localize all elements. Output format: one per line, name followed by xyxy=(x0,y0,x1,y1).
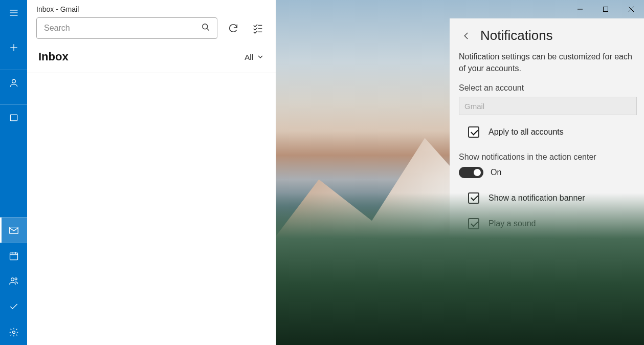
svg-rect-6 xyxy=(10,115,17,121)
settings-icon xyxy=(9,327,19,337)
close-button[interactable] xyxy=(618,0,644,18)
action-center-toggle[interactable] xyxy=(459,167,483,178)
people-button[interactable] xyxy=(0,268,27,294)
window-title: Inbox - Gmail xyxy=(27,0,276,17)
search-box[interactable] xyxy=(36,17,217,39)
inbox-panel: Inbox - Gmail Inbox All xyxy=(27,0,276,345)
maximize-icon xyxy=(603,6,609,12)
people-icon xyxy=(9,276,19,286)
svg-rect-21 xyxy=(604,7,608,12)
inbox-toolbar xyxy=(27,17,276,43)
svg-point-14 xyxy=(12,331,15,334)
toggle-state-label: On xyxy=(491,168,501,177)
refresh-button[interactable] xyxy=(225,19,242,37)
calendar-button[interactable] xyxy=(0,243,27,268)
banner-checkbox[interactable] xyxy=(468,192,479,204)
refresh-icon xyxy=(228,23,239,34)
message-list[interactable] xyxy=(27,73,276,345)
apply-all-checkbox[interactable] xyxy=(468,126,479,138)
filter-dropdown[interactable]: All xyxy=(245,53,264,61)
svg-point-13 xyxy=(15,278,17,280)
account-select-label: Select an account xyxy=(459,83,637,93)
menu-button[interactable] xyxy=(0,0,27,26)
account-select[interactable]: Gmail xyxy=(459,97,637,115)
account-icon xyxy=(9,78,19,88)
pinned-folders-checkbox[interactable] xyxy=(468,244,479,255)
sound-checkbox[interactable] xyxy=(468,218,479,229)
svg-point-12 xyxy=(11,278,14,281)
svg-point-15 xyxy=(203,24,208,29)
chevron-left-icon xyxy=(462,31,471,40)
compose-icon xyxy=(9,42,19,53)
minimize-button[interactable] xyxy=(567,0,593,18)
mail-button[interactable] xyxy=(0,217,27,243)
svg-rect-8 xyxy=(10,253,17,260)
compose-button[interactable] xyxy=(0,35,27,60)
search-icon[interactable] xyxy=(201,22,211,34)
filter-label: All xyxy=(245,53,253,61)
files-icon xyxy=(9,113,19,123)
folders-button[interactable] xyxy=(0,104,27,130)
inbox-header: Inbox All xyxy=(27,43,276,73)
account-button[interactable] xyxy=(0,70,27,95)
settings-panel: Notifications Notification settings can … xyxy=(450,18,644,345)
minimize-icon xyxy=(577,6,583,12)
search-input[interactable] xyxy=(43,23,201,33)
settings-title: Notifications xyxy=(480,28,553,44)
todo-button[interactable] xyxy=(0,294,27,319)
todo-icon xyxy=(9,301,19,312)
pinned-folders-label: Show notifications for folders pinned to… xyxy=(488,244,621,267)
inbox-header-title: Inbox xyxy=(38,50,69,63)
window-controls xyxy=(567,0,644,18)
action-center-label: Show notifications in the action center xyxy=(459,153,637,162)
banner-label: Show a notification banner xyxy=(488,192,585,204)
reading-pane-background: Notifications Notification settings can … xyxy=(276,0,644,345)
chevron-down-icon xyxy=(256,53,264,61)
sound-label: Play a sound xyxy=(488,218,536,229)
menu-icon xyxy=(9,8,19,18)
settings-back-button[interactable] xyxy=(459,28,474,44)
maximize-button[interactable] xyxy=(593,0,618,18)
apply-all-label: Apply to all accounts xyxy=(488,126,564,138)
mail-icon xyxy=(8,225,19,236)
select-mode-button[interactable] xyxy=(249,19,267,37)
app-sidebar xyxy=(0,0,27,345)
close-icon xyxy=(628,6,634,12)
calendar-icon xyxy=(9,251,19,261)
settings-nav-button[interactable] xyxy=(0,319,27,345)
svg-point-5 xyxy=(12,79,15,83)
svg-line-16 xyxy=(207,29,209,31)
settings-description: Notification settings can be customized … xyxy=(459,51,637,74)
svg-rect-7 xyxy=(9,227,18,233)
select-icon xyxy=(252,23,263,34)
